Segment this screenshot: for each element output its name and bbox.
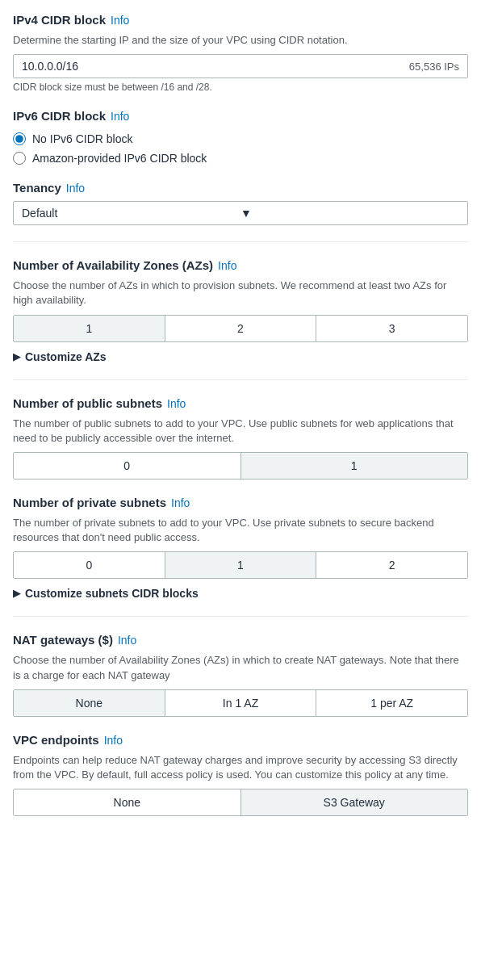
nat-label: NAT gateways ($): [13, 633, 113, 647]
tenancy-select[interactable]: Default ▼: [13, 201, 468, 225]
vpc-endpoints-label: VPC endpoints: [13, 733, 99, 747]
private-subnets-option-0[interactable]: 0: [14, 552, 165, 578]
private-subnets-option-1[interactable]: 1: [165, 552, 317, 578]
ipv6-option-amazon[interactable]: Amazon-provided IPv6 CIDR block: [13, 152, 468, 165]
customize-subnets-label: Customize subnets CIDR blocks: [25, 587, 199, 600]
vpc-endpoints-button-group: None S3 Gateway: [13, 789, 468, 816]
ipv6-radio-group: No IPv6 CIDR block Amazon-provided IPv6 …: [13, 132, 468, 165]
tenancy-info-link[interactable]: Info: [66, 182, 85, 195]
private-subnets-button-group: 0 1 2: [13, 551, 468, 579]
nat-info-link[interactable]: Info: [118, 634, 136, 647]
public-subnets-option-1[interactable]: 1: [241, 453, 468, 479]
ipv4-description: Determine the starting IP and the size o…: [13, 33, 468, 48]
private-subnets-section: Number of private subnets Info The numbe…: [13, 496, 468, 600]
public-subnets-section: Number of public subnets Info The number…: [13, 396, 468, 480]
divider-3: [13, 616, 468, 617]
expand-icon: ▶: [13, 351, 20, 362]
ipv4-input-wrapper: 65,536 IPs: [13, 54, 468, 78]
ipv4-info-link[interactable]: Info: [111, 14, 129, 27]
tenancy-value: Default: [22, 207, 240, 220]
ipv6-label: IPv6 CIDR block: [13, 109, 106, 123]
private-subnets-option-2[interactable]: 2: [316, 552, 467, 578]
az-section: Number of Availability Zones (AZs) Info …: [13, 258, 468, 362]
ipv6-info-link[interactable]: Info: [111, 110, 129, 123]
ipv6-cidr-section: IPv6 CIDR block Info No IPv6 CIDR block …: [13, 109, 468, 165]
public-subnets-option-0[interactable]: 0: [14, 453, 241, 479]
private-subnets-info-link[interactable]: Info: [171, 496, 190, 509]
ipv4-hint: CIDR block size must be between /16 and …: [13, 82, 468, 93]
ipv4-label: IPv4 CIDR block: [13, 13, 106, 27]
vpc-endpoints-option-s3[interactable]: S3 Gateway: [241, 789, 468, 815]
ipv4-input[interactable]: [22, 60, 409, 73]
az-info-link[interactable]: Info: [218, 259, 236, 272]
nat-gateways-section: NAT gateways ($) Info Choose the number …: [13, 633, 468, 716]
divider-1: [13, 241, 468, 242]
vpc-endpoints-description: Endpoints can help reduce NAT gateway ch…: [13, 753, 468, 782]
nat-button-group: None In 1 AZ 1 per AZ: [13, 689, 468, 717]
vpc-endpoints-option-none[interactable]: None: [14, 789, 241, 815]
expand-subnets-icon: ▶: [13, 588, 20, 599]
customize-azs-label: Customize AZs: [25, 350, 107, 363]
ipv6-radio-amazon[interactable]: [13, 152, 26, 165]
chevron-down-icon: ▼: [240, 207, 459, 220]
customize-azs-toggle[interactable]: ▶ Customize AZs: [13, 350, 468, 363]
ipv6-radio-no[interactable]: [13, 132, 26, 145]
az-option-2[interactable]: 2: [165, 316, 317, 341]
divider-2: [13, 379, 468, 380]
vpc-endpoints-info-link[interactable]: Info: [104, 734, 123, 747]
public-subnets-button-group: 0 1: [13, 452, 468, 480]
public-subnets-label: Number of public subnets: [13, 396, 162, 410]
tenancy-section: Tenancy Info Default ▼: [13, 181, 468, 225]
public-subnets-description: The number of public subnets to add to y…: [13, 417, 468, 446]
nat-option-none[interactable]: None: [14, 690, 165, 716]
az-description: Choose the number of AZs in which to pro…: [13, 279, 468, 308]
private-subnets-label: Number of private subnets: [13, 496, 166, 509]
tenancy-label: Tenancy: [13, 181, 61, 195]
nat-option-per-az[interactable]: 1 per AZ: [316, 690, 467, 716]
nat-option-1az[interactable]: In 1 AZ: [165, 690, 317, 716]
nat-description: Choose the number of Availability Zones …: [13, 653, 468, 682]
ipv6-option-no[interactable]: No IPv6 CIDR block: [13, 132, 468, 145]
ip-count: 65,536 IPs: [409, 61, 459, 73]
az-option-1[interactable]: 1: [14, 316, 165, 341]
ipv6-label-no: No IPv6 CIDR block: [32, 132, 132, 145]
ipv6-label-amazon: Amazon-provided IPv6 CIDR block: [32, 152, 207, 165]
customize-subnets-toggle[interactable]: ▶ Customize subnets CIDR blocks: [13, 587, 468, 600]
az-option-3[interactable]: 3: [316, 316, 467, 341]
ipv4-cidr-section: IPv4 CIDR block Info Determine the start…: [13, 13, 468, 93]
private-subnets-description: The number of private subnets to add to …: [13, 516, 468, 545]
az-label: Number of Availability Zones (AZs): [13, 258, 213, 272]
public-subnets-info-link[interactable]: Info: [167, 397, 186, 410]
az-button-group: 1 2 3: [13, 315, 468, 342]
vpc-endpoints-section: VPC endpoints Info Endpoints can help re…: [13, 733, 468, 816]
